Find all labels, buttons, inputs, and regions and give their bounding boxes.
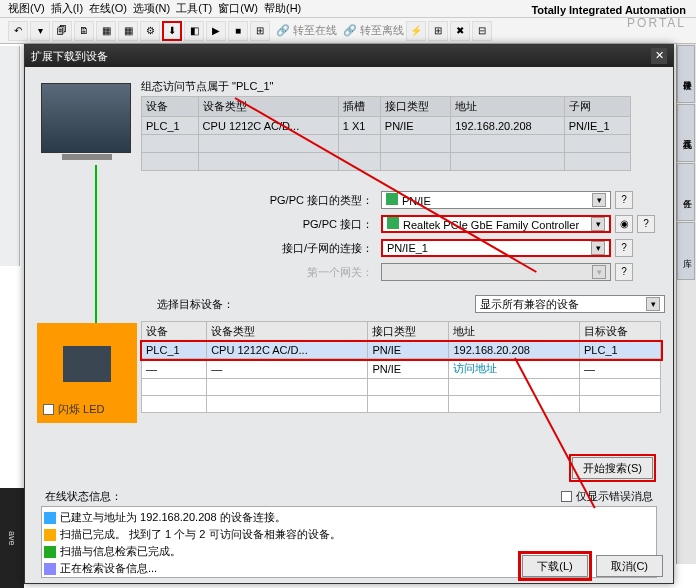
right-rail: 硬件目录 在线工具 任务 库 — [676, 44, 696, 564]
chevron-down-icon[interactable]: ▾ — [591, 217, 605, 231]
subnet-conn-label: 接口/子网的连接： — [263, 241, 373, 256]
tgt-th-addr: 地址 — [449, 322, 580, 342]
tb-undo[interactable]: ↶ — [8, 21, 28, 41]
cancel-button[interactable]: 取消(C) — [596, 555, 663, 577]
cfg-table: 设备 设备类型 插槽 接口类型 地址 子网 PLC_1 CPU 1212C AC… — [141, 96, 631, 171]
nic-icon — [387, 217, 399, 229]
tgt-th-iftype: 接口类型 — [368, 322, 449, 342]
menu-insert[interactable]: 插入(I) — [51, 1, 83, 16]
ok-icon — [44, 546, 56, 558]
pgif-type-help[interactable]: ? — [615, 191, 633, 209]
chevron-down-icon[interactable]: ▾ — [592, 193, 606, 207]
start-search-button[interactable]: 开始搜索(S) — [572, 457, 653, 479]
cfg-group-label: 组态访问节点属于 "PLC_1" — [141, 79, 665, 94]
flash-led-checkbox[interactable]: 闪烁 LED — [43, 402, 104, 417]
info-icon — [44, 529, 56, 541]
tb-i[interactable]: ⚡ — [406, 21, 426, 41]
status-label: 在线状态信息： — [45, 489, 122, 504]
dialog-titlebar: 扩展下载到设备 ✕ — [25, 45, 673, 67]
tb-f[interactable]: ▶ — [206, 21, 226, 41]
subnet-help[interactable]: ? — [615, 239, 633, 257]
gateway-help: ? — [615, 263, 633, 281]
log-line: 正在检索设备信息... — [60, 561, 157, 576]
cfg-th-type: 设备类型 — [198, 97, 338, 117]
target-row-access[interactable]: — — PN/IE 访问地址 — — [142, 359, 661, 379]
menu-view[interactable]: 视图(V) — [8, 1, 45, 16]
tgt-th-type: 设备类型 — [207, 322, 368, 342]
cfg-th-device: 设备 — [142, 97, 199, 117]
log-line: 已建立与地址为 192.168.20.208 的设备连接。 — [60, 510, 286, 525]
menu-tools[interactable]: 工具(T) — [176, 1, 212, 16]
search-icon — [44, 563, 56, 575]
tb-k[interactable]: ✖ — [450, 21, 470, 41]
rail-online-tools[interactable]: 在线工具 — [677, 104, 695, 162]
cfg-th-iftype: 接口类型 — [380, 97, 450, 117]
brand-label: Totally Integrated Automation PORTAL — [531, 4, 686, 30]
only-errors-checkbox[interactable]: 仅显示错误消息 — [561, 489, 653, 504]
target-filter-select[interactable]: 显示所有兼容的设备 ▾ — [475, 295, 665, 313]
gateway-select: ▾ — [381, 263, 611, 281]
chevron-down-icon[interactable]: ▾ — [591, 241, 605, 255]
cfg-th-addr: 地址 — [451, 97, 564, 117]
tb-compile[interactable]: ⚙ — [140, 21, 160, 41]
menu-options[interactable]: 选项(N) — [133, 1, 170, 16]
tb-l[interactable]: ⊟ — [472, 21, 492, 41]
tb-download[interactable]: ⬇ — [162, 21, 182, 41]
pgif-help[interactable]: ? — [637, 215, 655, 233]
tb-g[interactable]: ■ — [228, 21, 248, 41]
tb-e[interactable]: ◧ — [184, 21, 204, 41]
plc-icon — [63, 346, 111, 382]
menu-help[interactable]: 帮助(H) — [264, 1, 301, 16]
tgt-th-target: 目标设备 — [580, 322, 661, 342]
rail-tasks[interactable]: 任务 — [677, 163, 695, 221]
tb-offline-label[interactable]: 🔗 转至离线 — [343, 23, 404, 38]
select-target-label: 选择目标设备： — [157, 297, 234, 312]
cfg-th-subnet: 子网 — [564, 97, 630, 117]
link-icon — [44, 512, 56, 524]
cfg-th-slot: 插槽 — [338, 97, 380, 117]
tb-online-label[interactable]: 🔗 转至在线 — [276, 23, 337, 38]
log-line: 扫描已完成。 找到了 1 个与 2 可访问设备相兼容的设备。 — [60, 527, 341, 542]
tb-a[interactable]: 🗐 — [52, 21, 72, 41]
tb-h[interactable]: ⊞ — [250, 21, 270, 41]
download-dialog: 扩展下载到设备 ✕ 组态访问节点属于 "PLC_1" 设备 设备类型 插槽 接口… — [24, 44, 674, 584]
pc-icon — [41, 83, 131, 153]
target-device-image: 闪烁 LED — [37, 323, 137, 423]
log-line: 扫描与信息检索已完成。 — [60, 544, 181, 559]
tb-b[interactable]: 🗎 — [74, 21, 94, 41]
pgif-type-label: PG/PC 接口的类型： — [263, 193, 373, 208]
target-table: 设备 设备类型 接口类型 地址 目标设备 PLC_1 CPU 1212C AC/… — [141, 321, 661, 413]
left-sidepanel — [0, 46, 20, 266]
tb-redo[interactable]: ▾ — [30, 21, 50, 41]
tb-d[interactable]: ▦ — [118, 21, 138, 41]
checkbox-icon[interactable] — [43, 404, 54, 415]
gateway-label: 第一个网关： — [263, 265, 373, 280]
rail-hw-catalog[interactable]: 硬件目录 — [677, 45, 695, 103]
target-row-selected[interactable]: PLC_1 CPU 1212C AC/D... PN/IE 192.168.20… — [142, 342, 661, 359]
tb-j[interactable]: ⊞ — [428, 21, 448, 41]
cfg-row[interactable]: PLC_1 CPU 1212C AC/D... 1 X1 PN/IE 192.1… — [142, 117, 631, 135]
pgif-label: PG/PC 接口： — [263, 217, 373, 232]
checkbox-icon[interactable] — [561, 491, 572, 502]
bottom-dark-panel: ave — [0, 488, 24, 588]
tgt-th-device: 设备 — [142, 322, 207, 342]
pgif-select[interactable]: Realtek PCIe GbE Family Controller ▾ — [381, 215, 611, 233]
menu-online[interactable]: 在线(O) — [89, 1, 127, 16]
menu-window[interactable]: 窗口(W) — [218, 1, 258, 16]
dialog-title: 扩展下载到设备 — [31, 49, 108, 64]
pgif-config[interactable]: ◉ — [615, 215, 633, 233]
pnie-icon — [386, 193, 398, 205]
chevron-down-icon[interactable]: ▾ — [646, 297, 660, 311]
chevron-down-icon: ▾ — [592, 265, 606, 279]
pgif-type-select[interactable]: PN/IE ▾ — [381, 191, 611, 209]
tb-c[interactable]: ▦ — [96, 21, 116, 41]
rail-library[interactable]: 库 — [677, 222, 695, 280]
download-button[interactable]: 下载(L) — [522, 555, 587, 577]
close-icon[interactable]: ✕ — [651, 48, 667, 64]
